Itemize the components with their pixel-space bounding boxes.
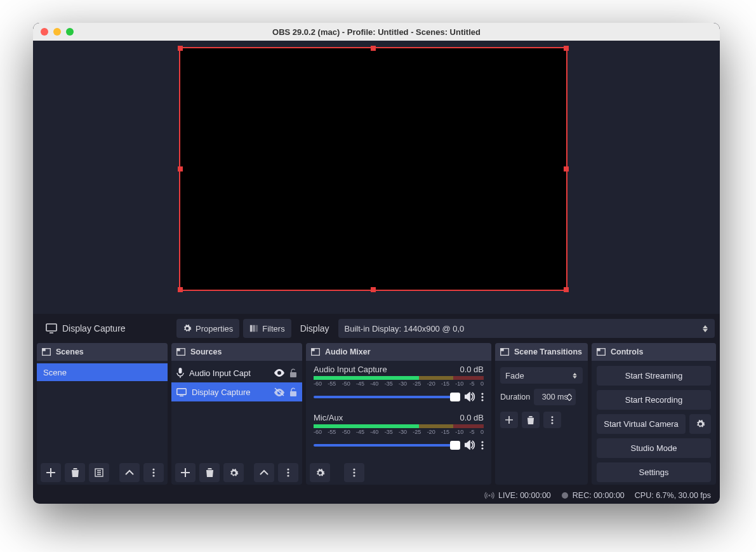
lock-open-icon[interactable] bbox=[289, 387, 297, 396]
status-cpu: CPU: 6.7%, 30.00 fps bbox=[635, 491, 711, 500]
source-item-display-capture[interactable]: Display Capture bbox=[171, 382, 302, 401]
audio-mixer-panel: Audio Mixer Audio Input Capture0.0 dB -6… bbox=[306, 343, 491, 485]
svg-point-38 bbox=[562, 492, 568, 499]
window-maximize-button[interactable] bbox=[66, 28, 74, 36]
preview-area[interactable] bbox=[33, 41, 720, 314]
dock-icon bbox=[597, 348, 606, 356]
studio-mode-button[interactable]: Studio Mode bbox=[597, 438, 711, 458]
svg-rect-36 bbox=[597, 349, 600, 351]
svg-point-21 bbox=[481, 393, 483, 394]
window-title: OBS 29.0.2 (mac) - Profile: Untitled - S… bbox=[33, 27, 720, 37]
meter-ticks: -60-55-50-45-40-35-30-25-20-15-10-50 bbox=[314, 380, 484, 387]
svg-rect-20 bbox=[312, 349, 315, 351]
controls-header[interactable]: Controls bbox=[592, 343, 716, 361]
virtual-camera-settings-button[interactable] bbox=[689, 414, 711, 434]
slider-thumb[interactable] bbox=[450, 393, 460, 401]
duration-input[interactable]: 300 ms bbox=[534, 389, 576, 405]
sources-panel-header[interactable]: Sources bbox=[171, 343, 302, 361]
titlebar: OBS 29.0.2 (mac) - Profile: Untitled - S… bbox=[33, 23, 720, 41]
dots-vertical-icon bbox=[353, 468, 355, 477]
chevron-updown-icon bbox=[702, 325, 708, 332]
audio-meter bbox=[314, 424, 484, 428]
svg-point-34 bbox=[552, 422, 554, 424]
trash-icon bbox=[206, 468, 214, 477]
move-source-up-button[interactable] bbox=[254, 463, 274, 482]
remove-transition-button[interactable] bbox=[522, 412, 540, 428]
lock-open-icon[interactable] bbox=[289, 368, 297, 377]
display-select[interactable]: Built-in Display: 1440x900 @ 0,0 bbox=[338, 319, 715, 338]
transition-more-button[interactable] bbox=[543, 412, 561, 428]
preview-canvas[interactable] bbox=[179, 47, 567, 291]
transition-select[interactable]: Fade bbox=[500, 367, 583, 384]
add-scene-button[interactable] bbox=[41, 463, 61, 482]
display-select-value: Built-in Display: 1440x900 @ 0,0 bbox=[345, 324, 465, 333]
remove-scene-button[interactable] bbox=[65, 463, 85, 482]
window-close-button[interactable] bbox=[41, 28, 48, 36]
filters-button[interactable]: Filters bbox=[243, 319, 291, 338]
svg-rect-3 bbox=[256, 325, 258, 332]
trash-icon bbox=[527, 416, 534, 424]
move-scene-up-button[interactable] bbox=[119, 463, 140, 482]
chevron-up-icon[interactable] bbox=[567, 394, 572, 397]
svg-rect-13 bbox=[290, 372, 296, 377]
start-streaming-button[interactable]: Start Streaming bbox=[597, 366, 711, 386]
svg-rect-31 bbox=[501, 349, 504, 351]
properties-button[interactable]: Properties bbox=[176, 319, 239, 338]
source-item-label: Audio Input Capt bbox=[189, 368, 251, 378]
window-minimize-button[interactable] bbox=[53, 28, 61, 36]
mixer-track: Audio Input Capture0.0 dB -60-55-50-45-4… bbox=[306, 363, 491, 405]
reorder-icon bbox=[95, 468, 103, 477]
audio-mixer-header[interactable]: Audio Mixer bbox=[306, 343, 491, 361]
status-bar: LIVE: 00:00:00 REC: 00:00:00 CPU: 6.7%, … bbox=[33, 487, 720, 504]
scene-filter-button[interactable] bbox=[89, 463, 109, 482]
svg-point-8 bbox=[152, 471, 154, 473]
slider-thumb[interactable] bbox=[450, 441, 460, 450]
mixer-track-db: 0.0 dB bbox=[460, 413, 484, 422]
plus-icon bbox=[46, 468, 55, 477]
start-virtual-camera-button[interactable]: Start Virtual Camera bbox=[597, 414, 686, 434]
scene-item[interactable]: Scene bbox=[37, 363, 168, 381]
mixer-settings-button[interactable] bbox=[310, 463, 330, 482]
add-source-button[interactable] bbox=[175, 463, 196, 482]
broadcast-icon bbox=[484, 491, 494, 500]
gear-icon bbox=[315, 468, 325, 478]
transitions-header[interactable]: Scene Transitions bbox=[495, 343, 588, 361]
speaker-icon[interactable] bbox=[465, 440, 476, 450]
dots-vertical-icon[interactable] bbox=[481, 441, 484, 450]
svg-point-29 bbox=[353, 475, 355, 476]
chevron-down-icon[interactable] bbox=[567, 398, 572, 401]
source-properties-button[interactable] bbox=[223, 463, 244, 482]
remove-source-button[interactable] bbox=[199, 463, 220, 482]
scenes-panel-header[interactable]: Scenes bbox=[37, 343, 168, 361]
svg-point-16 bbox=[287, 468, 289, 470]
svg-rect-1 bbox=[250, 325, 253, 332]
settings-button[interactable]: Settings bbox=[597, 462, 711, 482]
scenes-list[interactable]: Scene bbox=[37, 361, 168, 461]
duration-label: Duration bbox=[500, 393, 530, 401]
dock-icon bbox=[42, 348, 51, 356]
dots-vertical-icon[interactable] bbox=[481, 393, 484, 401]
source-item-audio-input[interactable]: Audio Input Capt bbox=[171, 363, 302, 382]
start-recording-button[interactable]: Start Recording bbox=[597, 390, 711, 410]
svg-point-26 bbox=[481, 447, 483, 449]
chevron-up-icon bbox=[260, 469, 269, 476]
svg-rect-0 bbox=[46, 324, 56, 331]
volume-slider[interactable] bbox=[314, 396, 460, 398]
speaker-icon[interactable] bbox=[465, 392, 476, 401]
sources-list[interactable]: Audio Input Capt Display Capture bbox=[171, 361, 302, 461]
display-field-label: Display bbox=[295, 323, 335, 333]
dots-vertical-icon bbox=[287, 468, 289, 477]
svg-point-7 bbox=[152, 468, 154, 470]
scene-more-button[interactable] bbox=[143, 463, 164, 482]
svg-rect-2 bbox=[253, 325, 256, 332]
source-more-button[interactable] bbox=[278, 463, 298, 482]
eye-hidden-icon[interactable] bbox=[274, 387, 284, 396]
eye-icon[interactable] bbox=[274, 369, 284, 377]
volume-slider[interactable] bbox=[314, 444, 460, 447]
svg-point-9 bbox=[152, 475, 154, 476]
controls-panel: Controls Start Streaming Start Recording… bbox=[592, 343, 716, 485]
mixer-more-button[interactable] bbox=[344, 463, 364, 482]
svg-rect-5 bbox=[43, 349, 46, 351]
svg-point-37 bbox=[488, 494, 490, 496]
add-transition-button[interactable] bbox=[500, 412, 518, 428]
